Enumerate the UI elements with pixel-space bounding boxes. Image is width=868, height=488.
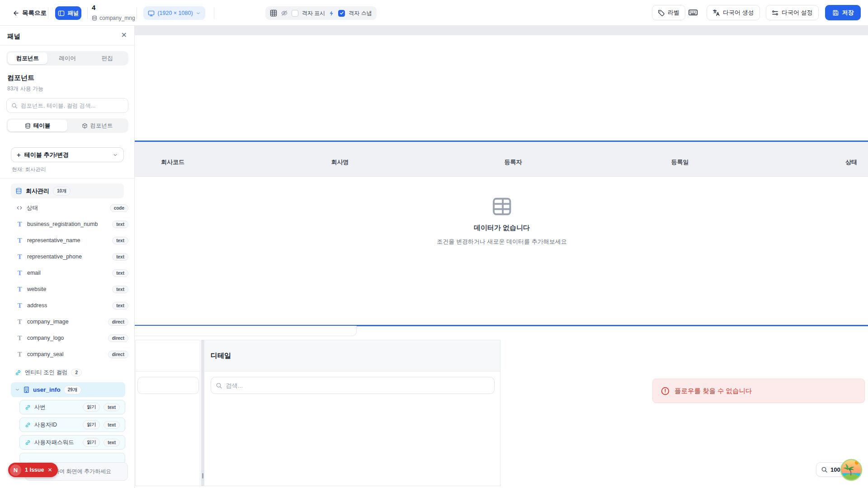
sidebar-tabs: 컴포넌트 레이어 편집 [6,51,128,66]
table-col-header: 상태 [845,158,857,166]
text-field-icon: T [16,253,23,260]
grid-snap-checkbox[interactable] [338,10,345,17]
table-empty-state: 데이터가 없습니다 조건을 변경하거나 새로운 데이터를 추가해보세요 [437,197,566,246]
text-field-icon: T [16,221,23,228]
divider [87,7,88,19]
join-column-row[interactable]: 사용자패스워드 읽기 text [19,435,125,450]
table-col-header: 회사코드 [161,158,184,166]
chevron-down-icon [15,387,20,392]
grid-show-label: 격자 표시 [302,9,325,17]
grid-snap-label: 격자 스냅 [349,9,372,17]
divider [0,178,134,178]
link-icon [15,370,21,376]
building-icon [23,386,30,393]
tag-icon [658,9,665,16]
i18n-settings-button[interactable]: 다국어 설정 [766,5,819,20]
canvas-top-gap [135,26,868,35]
available-count: 83개 사용 가능 [7,85,43,93]
source-toggle: 테이블 컴포넌트 [6,118,128,133]
search-input[interactable] [21,103,123,109]
table-col-header: 등록일 [671,158,689,166]
tab-edit[interactable]: 편집 [87,52,127,64]
tree-column[interactable]: T website text [11,281,129,297]
text-field-icon: T [16,351,23,358]
database-icon [25,123,31,129]
table-grid-icon [491,197,512,216]
tree-join-table-user-info[interactable]: user_info 29개 [11,382,125,397]
tree-column[interactable]: T representative_phone text [11,249,129,265]
tab-components[interactable]: 컴포넌트 [8,52,47,64]
resolution-selector[interactable]: (868 × 488) [143,6,205,20]
chevron-down-icon [113,152,118,158]
translate-icon [712,9,720,16]
grid-toolbar: 격자 표시 격자 스냅 [265,6,377,20]
close-icon[interactable]: ✕ [47,467,52,473]
zoom-level: 100 [830,466,840,473]
tree-column[interactable]: T company_logo direct [11,330,129,346]
grid-icon[interactable] [270,9,277,17]
left-detail-card [135,340,200,486]
magnifier-icon [821,466,828,473]
detail-search [211,377,495,394]
bound-table-name: company_mng [92,15,135,21]
search-icon [216,382,222,389]
sliders-icon [772,9,778,16]
text-field-icon: T [16,270,23,277]
keyboard-icon [688,8,698,17]
keyboard-shortcuts-button[interactable] [688,8,698,17]
divider [214,7,214,19]
tree-root-table[interactable]: 회사관리 10개 [11,183,124,198]
tree-column-status[interactable]: 상태 code [11,200,129,216]
join-column-row[interactable]: 사용자ID 읽기 text [19,418,125,432]
resize-handle-icon [202,473,203,479]
tab-layers[interactable]: 레이어 [47,52,87,64]
toggle-tables[interactable]: 테이블 [8,120,67,131]
add-change-table-button[interactable]: + 테이블 추가/변경 [11,147,124,162]
tree-column[interactable]: T company_seal direct [11,346,129,362]
grid-show-checkbox[interactable] [292,10,298,17]
label-button[interactable]: 라벨 [652,5,685,20]
entity-join-section: 엔티티 조인 컬럼 2 [15,369,82,376]
monitor-icon [148,10,155,17]
tree-column[interactable]: T business_registration_numb text [11,216,129,232]
database-icon [92,15,97,21]
detail-panel: 디테일 [204,340,500,486]
detail-search-input[interactable] [226,382,490,389]
back-label: 목록으로 [22,9,47,17]
panel-toggle-button[interactable]: 패널 [55,6,81,20]
tree-column[interactable]: T company_image direct [11,314,129,330]
table-selection-border-top [135,141,868,142]
link-icon [25,440,31,446]
data-table-header[interactable]: 회사코드 회사명 등록자 등록일 상태 [135,142,868,177]
close-icon[interactable]: ✕ [121,31,127,39]
i18n-generate-button[interactable]: 다국어 생성 [707,5,760,20]
tree-column[interactable]: T email text [11,265,129,281]
join-column-row[interactable]: 사번 읽기 text [19,400,125,414]
divider [137,7,137,19]
flow-error-toast: 플로우를 찾을 수 없습니다 [652,379,865,403]
eye-off-icon[interactable] [281,9,288,17]
issue-badge[interactable]: N 1 Issue ✕ [8,463,58,477]
tree-column[interactable]: T representative_name text [11,232,129,249]
issue-logo: N [10,465,21,476]
lightning-icon [329,10,335,16]
left-card-header [136,340,200,371]
text-field-icon: T [16,302,23,309]
panel-icon [58,10,65,17]
link-icon [25,422,31,428]
current-table-label: 현재: 회사관리 [12,166,46,173]
save-button[interactable]: 저장 [825,5,861,20]
tree-column[interactable]: T address text [11,297,129,314]
detail-panel-title: 디테일 [204,340,500,371]
chevron-down-icon [196,11,201,16]
back-to-list-button[interactable]: 목록으로 [12,0,47,26]
table-col-header: 등록자 [505,158,522,166]
arrow-left-icon [12,9,19,17]
sidebar-title: 패널 [7,32,20,41]
toggle-components[interactable]: 컴포넌트 [67,120,127,131]
left-card-search [137,377,199,394]
panel-sidebar: 패널 ✕ 컴포넌트 레이어 편집 컴포넌트 83개 사용 가능 테이블 컴포넌트… [0,26,135,488]
design-canvas[interactable]: 회사코드 회사명 등록자 등록일 상태 데이터가 없습니다 조건을 변경하거나 … [135,26,868,488]
text-field-icon: T [16,286,23,293]
cube-icon [82,123,88,129]
